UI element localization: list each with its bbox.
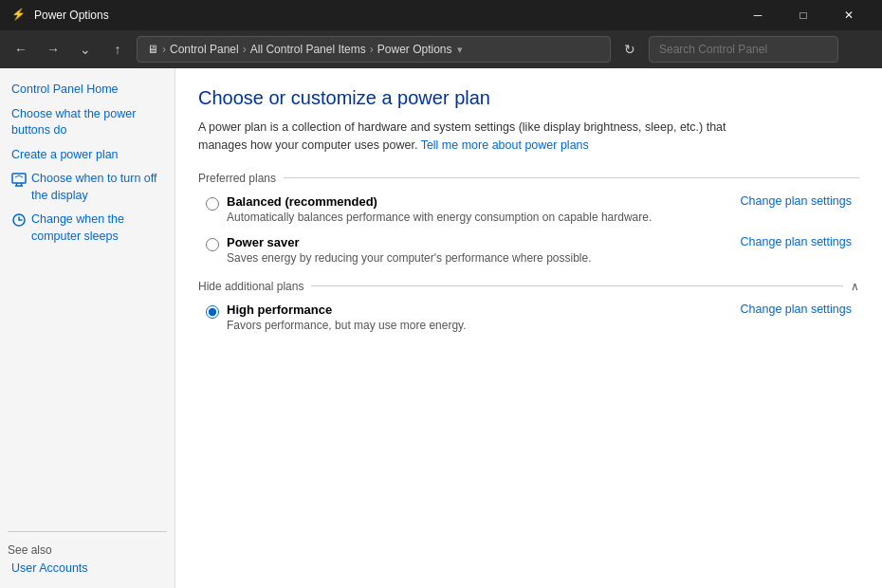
high-performance-name: High performance [227, 303, 332, 317]
power-saver-description: Saves energy by reducing your computer's… [227, 251, 859, 265]
forward-button[interactable]: → [40, 36, 66, 63]
additional-plans-label: Hide additional plans [198, 280, 303, 293]
sidebar-item-user-accounts[interactable]: User Accounts [8, 560, 92, 577]
search-input[interactable] [649, 36, 838, 63]
sleep-icon [11, 212, 27, 228]
minimize-button[interactable]: ─ [736, 0, 780, 30]
balanced-details: Balanced (recommended) Change plan setti… [227, 194, 859, 224]
high-performance-description: Favors performance, but may use more ene… [227, 319, 859, 332]
high-performance-radio[interactable] [206, 305, 219, 319]
plan-power-saver: Power saver Change plan settings Saves e… [198, 235, 859, 265]
balanced-radio[interactable] [206, 197, 219, 211]
breadcrumb-icon: 🖥 [147, 43, 158, 56]
section-divider [284, 177, 859, 178]
balanced-description: Automatically balances performance with … [227, 211, 859, 224]
breadcrumb-part3: Power Options [377, 43, 452, 56]
app-icon: ⚡ [11, 8, 27, 23]
sidebar-item-computer-sleep[interactable]: Change when the computer sleeps [8, 210, 167, 247]
breadcrumb-dropdown-arrow[interactable]: ▾ [457, 44, 463, 56]
power-saver-radio[interactable] [206, 238, 219, 251]
address-bar: ← → ⌄ ↑ 🖥 › Control Panel › All Control … [0, 30, 882, 68]
refresh-button[interactable]: ↻ [616, 36, 643, 63]
power-saver-change-link[interactable]: Change plan settings [741, 235, 852, 248]
dropdown-button[interactable]: ⌄ [72, 36, 99, 63]
page-title: Choose or customize a power plan [198, 87, 859, 109]
plan-balanced: Balanced (recommended) Change plan setti… [198, 194, 859, 224]
title-bar-controls: ─ □ ✕ [736, 0, 871, 30]
learn-more-link[interactable]: Tell me more about power plans [421, 138, 589, 152]
breadcrumb-part2: All Control Panel Items [250, 43, 366, 56]
content-area: Choose or customize a power plan A power… [175, 68, 882, 588]
address-input[interactable]: 🖥 › Control Panel › All Control Panel It… [137, 36, 611, 63]
sidebar-item-display-off[interactable]: Choose when to turn off the display [8, 169, 167, 206]
sidebar-item-power-buttons[interactable]: Choose what the power buttons do [8, 104, 167, 141]
power-saver-name: Power saver [227, 235, 300, 249]
main-window: Control Panel Home Choose what the power… [0, 68, 882, 588]
breadcrumb: 🖥 › Control Panel › All Control Panel It… [147, 43, 451, 56]
additional-plans-section: Hide additional plans ∧ High performance… [198, 280, 859, 332]
preferred-plans-header: Preferred plans [198, 172, 859, 185]
see-also-section: See also User Accounts [8, 531, 167, 578]
maximize-button[interactable]: □ [781, 0, 825, 30]
sidebar-item-control-panel-home[interactable]: Control Panel Home [8, 80, 167, 101]
up-button[interactable]: ↑ [104, 36, 131, 63]
section-divider-2 [311, 285, 843, 286]
sidebar-item-create-plan[interactable]: Create a power plan [8, 145, 167, 166]
title-bar-text: Power Options [34, 9, 728, 22]
balanced-change-link[interactable]: Change plan settings [741, 194, 852, 208]
sidebar: Control Panel Home Choose what the power… [0, 68, 175, 588]
back-button[interactable]: ← [8, 36, 34, 63]
power-saver-details: Power saver Change plan settings Saves e… [227, 235, 859, 265]
breadcrumb-part1: Control Panel [170, 43, 239, 56]
additional-plans-header: Hide additional plans ∧ [198, 280, 859, 293]
see-also-label: See also [8, 543, 167, 557]
title-bar: ⚡ Power Options ─ □ ✕ [0, 0, 882, 30]
preferred-plans-label: Preferred plans [198, 172, 276, 185]
preferred-plans-section: Preferred plans Balanced (recommended) C… [198, 172, 859, 265]
balanced-name: Balanced (recommended) [227, 194, 377, 209]
chevron-up-icon[interactable]: ∧ [851, 280, 859, 293]
display-icon [11, 172, 27, 187]
close-button[interactable]: ✕ [827, 0, 871, 30]
high-performance-details: High performance Change plan settings Fa… [227, 303, 859, 332]
plan-high-performance: High performance Change plan settings Fa… [198, 303, 859, 332]
page-description: A power plan is a collection of hardware… [198, 119, 729, 155]
high-performance-change-link[interactable]: Change plan settings [741, 303, 852, 316]
